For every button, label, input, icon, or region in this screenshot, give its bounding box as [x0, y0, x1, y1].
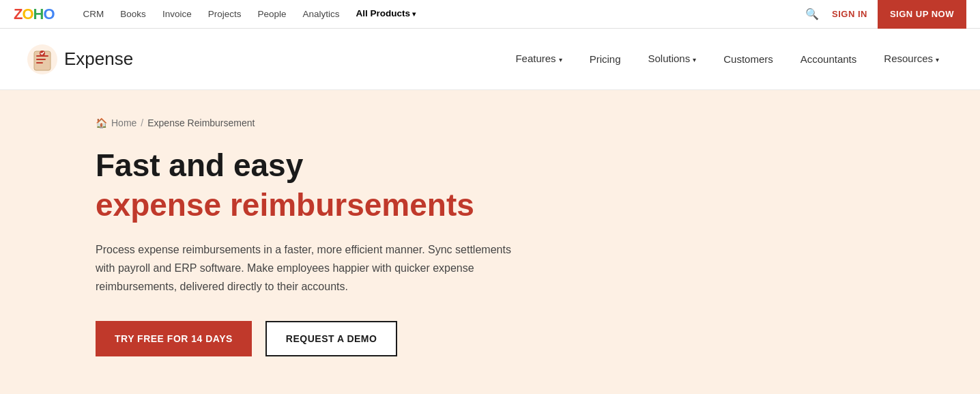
breadcrumb-home-link[interactable]: Home — [111, 117, 136, 128]
product-nav-links: Features▾ Pricing Solutions▾ Customers A… — [502, 28, 953, 91]
nav-crm[interactable]: CRM — [75, 0, 113, 29]
hero-title-red: expense reimbursements — [96, 186, 953, 224]
top-nav-right: 🔍 SIGN IN SIGN UP NOW — [803, 0, 966, 29]
sign-in-button[interactable]: SIGN IN — [832, 9, 867, 19]
product-logo[interactable]: Expense — [27, 44, 133, 74]
nav-invoice[interactable]: Invoice — [154, 0, 200, 29]
nav-books-link[interactable]: Books — [112, 0, 154, 29]
hero-buttons: TRY FREE FOR 14 DAYS REQUEST A DEMO — [96, 321, 953, 356]
top-nav-links: CRM Books Invoice Projects People Analyt… — [75, 0, 424, 29]
nav-crm-link[interactable]: CRM — [75, 0, 113, 29]
nav-projects[interactable]: Projects — [200, 0, 250, 29]
solutions-chevron-icon: ▾ — [693, 56, 696, 64]
zoho-h: H — [33, 5, 44, 23]
top-nav: ZOHO CRM Books Invoice Projects People A… — [0, 0, 980, 29]
hero-title-black: Fast and easy — [96, 147, 953, 184]
features-chevron-icon: ▾ — [559, 56, 562, 64]
nav-all-products[interactable]: All Products▾ — [348, 0, 424, 29]
search-button[interactable]: 🔍 — [803, 5, 822, 23]
hero-description: Process expense reimbursements in a fast… — [96, 240, 519, 296]
product-nav: Expense Features▾ Pricing Solutions▾ Cus… — [0, 29, 980, 90]
nav-all-products-link[interactable]: All Products▾ — [348, 0, 424, 29]
expense-logo-icon — [27, 44, 57, 74]
nav-solutions-link[interactable]: Solutions▾ — [634, 28, 710, 91]
nav-pricing-link[interactable]: Pricing — [576, 29, 635, 90]
nav-accountants-link[interactable]: Accountants — [787, 29, 871, 90]
nav-accountants[interactable]: Accountants — [787, 29, 871, 90]
resources-chevron-icon: ▾ — [936, 56, 939, 64]
home-icon: 🏠 — [96, 117, 107, 128]
zoho-o1: O — [22, 5, 33, 23]
breadcrumb-separator: / — [141, 117, 143, 128]
nav-people[interactable]: People — [249, 0, 294, 29]
request-demo-button[interactable]: REQUEST A DEMO — [265, 321, 398, 356]
nav-books[interactable]: Books — [112, 0, 154, 29]
top-nav-left: ZOHO CRM Books Invoice Projects People A… — [14, 0, 424, 29]
nav-projects-link[interactable]: Projects — [200, 0, 250, 29]
breadcrumb: 🏠 Home / Expense Reimbursement — [96, 117, 953, 128]
nav-invoice-link[interactable]: Invoice — [154, 0, 200, 29]
try-free-button[interactable]: TRY FREE FOR 14 DAYS — [96, 321, 252, 356]
all-products-chevron-icon: ▾ — [412, 10, 416, 18]
zoho-o2: O — [43, 5, 54, 23]
hero-section: 🏠 Home / Expense Reimbursement Fast and … — [0, 90, 980, 394]
nav-features[interactable]: Features▾ — [502, 28, 575, 91]
nav-analytics[interactable]: Analytics — [294, 0, 347, 29]
zoho-logo[interactable]: ZOHO — [14, 5, 55, 23]
breadcrumb-current: Expense Reimbursement — [147, 117, 255, 128]
nav-solutions[interactable]: Solutions▾ — [634, 28, 710, 91]
zoho-z: Z — [14, 5, 22, 23]
nav-analytics-link[interactable]: Analytics — [294, 0, 347, 29]
nav-features-link[interactable]: Features▾ — [502, 28, 575, 91]
nav-customers-link[interactable]: Customers — [710, 29, 787, 90]
product-name: Expense — [64, 48, 133, 70]
sign-up-button[interactable]: SIGN UP NOW — [878, 0, 966, 29]
nav-resources[interactable]: Resources▾ — [870, 28, 953, 91]
nav-pricing[interactable]: Pricing — [576, 29, 635, 90]
nav-resources-link[interactable]: Resources▾ — [870, 28, 953, 91]
nav-people-link[interactable]: People — [249, 0, 294, 29]
svg-rect-3 — [36, 59, 46, 60]
svg-rect-4 — [36, 62, 43, 64]
nav-customers[interactable]: Customers — [710, 29, 787, 90]
search-icon: 🔍 — [805, 8, 819, 20]
